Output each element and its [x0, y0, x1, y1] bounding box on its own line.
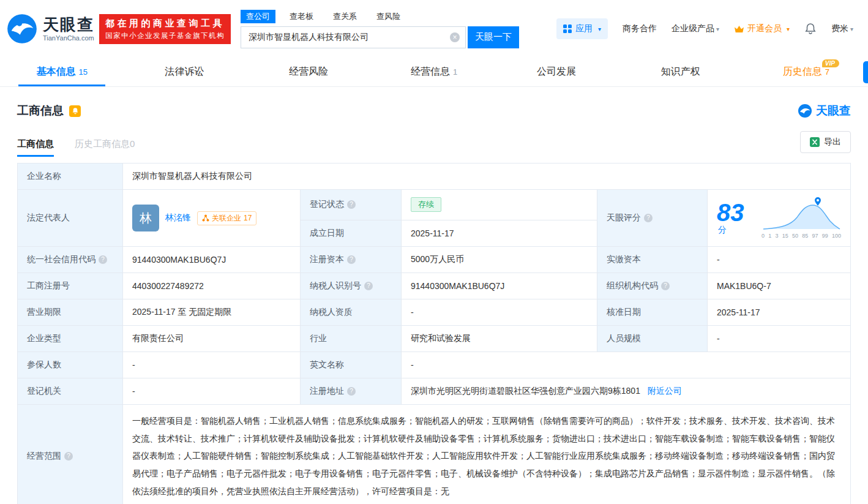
taxpayer-id-value: 91440300MAK1BU6Q7J — [402, 273, 597, 299]
reg-authority-label: 登记机关 — [18, 378, 123, 405]
logo-title: 天眼查 — [43, 16, 94, 34]
company-detail-tabs: 基本信息 15 法律诉讼 经营风险 经营信息 1 公司发展 知识产权 历史信息 … — [0, 58, 868, 87]
score-chart-axis: 0131550859799100 — [761, 233, 841, 239]
status-badge: 存续 — [411, 197, 441, 212]
table-row: 企业名称 深圳市智显机器人科技有限公司 — [18, 164, 851, 190]
search-tab-company[interactable]: 查公司 — [241, 10, 275, 23]
insured-count-label: 参保人数 — [18, 352, 123, 378]
tianyancha-watermark-icon — [798, 103, 812, 118]
tab-legal-proceedings[interactable]: 法律诉讼 — [124, 58, 249, 86]
nav-enterprise-products[interactable]: 企业级产品 ▾ — [672, 23, 719, 34]
address-value-cell: 深圳市光明区光明街道碧眼社区华强创意产业园六期9栋1801 附近公司 — [402, 378, 851, 405]
tab-business-info[interactable]: 经营信息 1 — [372, 58, 496, 86]
subscribe-bell-icon[interactable] — [69, 105, 81, 117]
subtab-business-registration[interactable]: 工商信息 — [17, 138, 54, 157]
logo-domain: TianYanCha.com — [43, 34, 94, 42]
table-row: 法定代表人 林 林洺锋 关联企业 17 — [18, 190, 851, 220]
reg-number-value: 440300227489272 — [123, 273, 301, 299]
score-label: 天眼评分? — [597, 190, 708, 247]
promo-banner: 都在用的商业查询工具 国家中小企业发展子基金旗下机构 — [99, 14, 231, 44]
table-row: 工商注册号 440300227489272 纳税人识别号? 91440300MA… — [18, 273, 851, 299]
company-type-label: 企业类型 — [18, 326, 123, 352]
business-info-table: 企业名称 深圳市智显机器人科技有限公司 法定代表人 林 林洺锋 — [17, 163, 851, 504]
company-name-value: 深圳市智显机器人科技有限公司 — [123, 164, 851, 190]
tab-company-development[interactable]: 公司发展 — [496, 58, 620, 86]
apps-grid-icon — [563, 24, 572, 33]
main-content: 工商信息 天眼查 工商信息 历史工商信息0 导出 — [0, 103, 868, 504]
crown-icon — [734, 25, 744, 33]
credit-code-value: 91440300MAK1BU6Q7J — [123, 247, 301, 273]
industry-label: 行业 — [301, 326, 402, 352]
vip-badge: VIP — [822, 59, 839, 67]
user-menu[interactable]: 费米 ▾ — [831, 23, 853, 34]
export-button[interactable]: 导出 — [800, 131, 851, 153]
company-name-label: 企业名称 — [18, 164, 123, 190]
credit-code-label: 统一社会信用代码? — [18, 247, 123, 273]
tab-count: 7 — [825, 67, 829, 77]
english-name-label: 英文名称 — [301, 352, 402, 378]
username: 费米 — [831, 23, 848, 34]
tab-history-info[interactable]: 历史信息 7 VIP — [744, 58, 868, 86]
help-icon[interactable]: ? — [347, 255, 356, 264]
nav-cooperation[interactable]: 商务合作 — [623, 23, 657, 34]
tianyancha-logo-icon — [6, 13, 38, 45]
help-icon[interactable]: ? — [64, 452, 73, 461]
avatar[interactable]: 林 — [132, 205, 159, 231]
nearby-companies-link[interactable]: 附近公司 — [648, 386, 682, 396]
tab-basic-info[interactable]: 基本信息 15 — [0, 58, 124, 86]
address-label: 注册地址? — [301, 378, 402, 405]
open-vip-link[interactable]: 开通会员 ▾ — [734, 23, 790, 34]
help-icon[interactable]: ? — [347, 200, 356, 209]
notifications-bell-icon[interactable] — [804, 23, 817, 35]
business-scope-label: 经营范围? — [18, 405, 123, 504]
chevron-down-icon: ▾ — [598, 26, 601, 32]
business-term-label: 营业期限 — [18, 299, 123, 326]
tab-count: 1 — [453, 67, 457, 77]
help-icon[interactable]: ? — [347, 387, 356, 396]
table-row: 参保人数 - 英文名称 - — [18, 352, 851, 378]
search-button[interactable]: 天眼一下 — [468, 26, 519, 48]
search-tab-risk[interactable]: 查风险 — [371, 10, 406, 23]
tianyancha-watermark: 天眼查 — [798, 103, 851, 119]
reg-capital-value: 5000万人民币 — [402, 247, 597, 273]
tab-intellectual-property[interactable]: 知识产权 — [620, 58, 744, 86]
search-tabs: 查公司 查老板 查关系 查风险 — [241, 10, 519, 23]
establish-date-label: 成立日期 — [301, 220, 402, 246]
chevron-down-icon: ▾ — [787, 26, 790, 32]
promo-banner-line1: 都在用的商业查询工具 — [105, 18, 225, 29]
help-icon[interactable]: ? — [644, 214, 653, 222]
tianyancha-logo[interactable]: 天眼查 TianYanCha.com — [6, 13, 94, 45]
apps-menu[interactable]: 应用 ▾ — [556, 18, 608, 39]
help-icon[interactable]: ? — [661, 282, 670, 290]
excel-icon — [810, 137, 820, 147]
related-companies-badge[interactable]: 关联企业 17 — [197, 211, 256, 225]
chevron-down-icon: ▾ — [850, 26, 853, 32]
org-code-value: MAK1BU6Q-7 — [708, 273, 851, 299]
search-block: 查公司 查老板 查关系 查风险 × 天眼一下 — [241, 10, 519, 48]
insured-count-value: - — [123, 352, 301, 378]
help-icon[interactable]: ? — [99, 255, 107, 264]
business-term-value: 2025-11-17 至 无固定期限 — [123, 299, 301, 326]
clear-icon[interactable]: × — [450, 32, 460, 42]
search-tab-boss[interactable]: 查老板 — [284, 10, 319, 23]
legal-rep-name-link[interactable]: 林洺锋 — [165, 213, 191, 224]
search-input[interactable] — [241, 27, 465, 48]
industry-value: 研究和试验发展 — [402, 326, 597, 352]
approval-date-value: 2025-11-17 — [708, 299, 851, 326]
taxpayer-quality-value: - — [402, 299, 597, 326]
establish-date-value: 2025-11-17 — [402, 220, 597, 246]
taxpayer-id-label: 纳税人识别号? — [301, 273, 402, 299]
tab-operation-risk[interactable]: 经营风险 — [248, 58, 372, 86]
score-chart: 0131550859799100 — [761, 197, 841, 239]
english-name-value: - — [402, 352, 851, 378]
help-icon[interactable]: ? — [364, 282, 373, 290]
side-panel-handle[interactable] — [863, 61, 868, 83]
section-title: 工商信息 — [17, 103, 64, 119]
related-companies-icon — [202, 214, 209, 222]
subtab-history-registration[interactable]: 历史工商信息0 — [75, 138, 135, 157]
business-scope-value: 一般经营项目是：智能机器人销售；工业机器人销售；信息系统集成服务；智能机器人的研… — [123, 405, 851, 504]
reg-capital-label: 注册资本? — [301, 247, 402, 273]
search-tab-relation[interactable]: 查关系 — [327, 10, 362, 23]
staff-size-value: - — [708, 326, 851, 352]
table-row: 统一社会信用代码? 91440300MAK1BU6Q7J 注册资本? 5000万… — [18, 247, 851, 273]
